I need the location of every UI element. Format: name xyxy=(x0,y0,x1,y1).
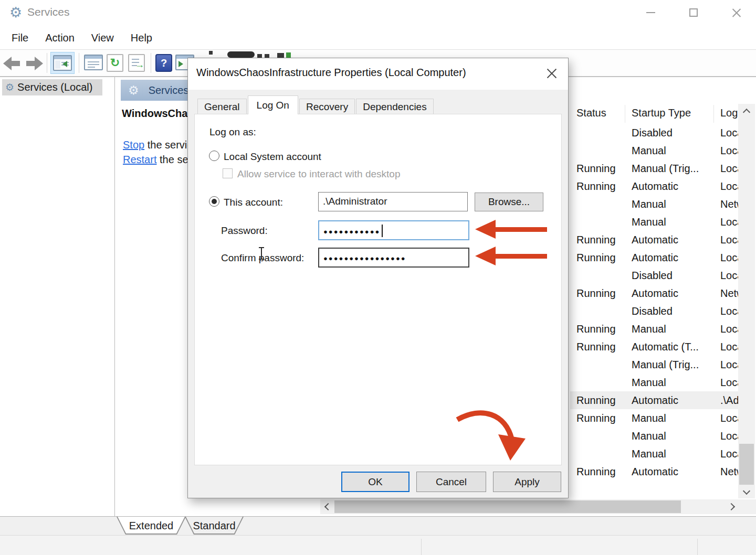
apply-annotation-arrow-icon xyxy=(449,404,533,467)
password-input[interactable]: ●●●●●●●●●●● xyxy=(318,220,469,240)
refresh-icon[interactable]: ↻ xyxy=(107,54,123,72)
cell-startup: Manual xyxy=(625,377,714,389)
password-annotation-arrow-icon xyxy=(475,220,547,239)
this-account-radio[interactable] xyxy=(209,196,219,207)
table-row[interactable]: RunningAutomaticLoca xyxy=(570,177,739,195)
table-row[interactable]: RunningAutomaticLoca xyxy=(570,249,739,266)
cell-logon: Loca xyxy=(714,377,739,389)
text-caret xyxy=(382,225,383,237)
scrollbar-corner xyxy=(739,499,756,514)
chevron-left-icon xyxy=(324,503,332,510)
allow-desktop-checkbox xyxy=(223,168,233,178)
table-row[interactable]: DisabledLoca xyxy=(570,302,739,320)
show-console-tree-button[interactable] xyxy=(50,52,75,74)
cell-startup: Manual xyxy=(625,448,714,460)
tab-standard[interactable]: Standard xyxy=(185,517,244,535)
table-row[interactable]: RunningAutomaticNetw xyxy=(570,463,739,481)
restart-service-link[interactable]: Restart xyxy=(123,154,156,165)
table-row[interactable]: RunningManualLoca xyxy=(570,320,739,338)
confirm-password-input[interactable]: ●●●●●●●●●●●●●●●● xyxy=(318,248,469,268)
close-button[interactable] xyxy=(721,0,752,25)
services-header-icon: ⚙ xyxy=(128,83,139,98)
table-row[interactable]: RunningAutomaticLoca xyxy=(570,231,739,249)
table-row[interactable]: ManualLoca xyxy=(570,445,739,463)
sidebar-item-services-local[interactable]: ⚙ Services (Local) xyxy=(2,79,102,95)
cell-startup: Manual xyxy=(625,412,714,424)
horizontal-scroll-thumb[interactable] xyxy=(334,500,681,513)
back-icon[interactable] xyxy=(3,57,22,70)
toolbar-separator xyxy=(47,53,47,73)
this-account-label[interactable]: This account: xyxy=(224,197,283,208)
table-row[interactable]: DisabledLoca xyxy=(570,266,739,284)
cell-startup: Automatic xyxy=(625,252,714,264)
restart-service-text: the service xyxy=(156,154,188,165)
status-bar xyxy=(0,535,756,555)
menu-item-help[interactable]: Help xyxy=(122,32,161,44)
table-row[interactable]: ManualNetw xyxy=(570,195,739,213)
column-header-log-on-as[interactable]: Log xyxy=(714,105,739,123)
cell-logon: Loca xyxy=(714,341,739,353)
vertical-scroll-thumb[interactable] xyxy=(739,444,754,485)
stop-service-link[interactable]: Stop xyxy=(123,139,144,151)
local-system-label[interactable]: Local System account xyxy=(224,151,321,163)
account-input[interactable]: .\Administrator xyxy=(318,192,468,211)
services-table: DisabledLocaManualLocaRunningManual (Tri… xyxy=(570,124,739,481)
toolbar-icon-fragment xyxy=(209,51,213,55)
toolbar-separator xyxy=(151,53,151,73)
column-header-startup-type[interactable]: Startup Type xyxy=(625,105,714,123)
allow-desktop-label: Allow service to interact with desktop xyxy=(237,168,400,180)
browse-button[interactable]: Browse... xyxy=(475,193,543,211)
tab-extended[interactable]: Extended xyxy=(117,517,186,535)
chevron-up-icon xyxy=(743,108,750,115)
table-row[interactable]: RunningAutomatic (T...Loca xyxy=(570,338,739,356)
properties-icon[interactable] xyxy=(84,55,103,70)
help-icon[interactable]: ? xyxy=(155,54,172,72)
tab-dependencies[interactable]: Dependencies xyxy=(356,99,433,114)
column-header-status[interactable]: Status xyxy=(570,105,625,123)
table-row[interactable]: RunningManual (Trig...Loca xyxy=(570,159,739,177)
chevron-right-icon xyxy=(728,503,735,510)
menu-item-file[interactable]: File xyxy=(3,32,37,44)
minimize-button[interactable] xyxy=(635,0,666,25)
vertical-scrollbar[interactable] xyxy=(738,104,755,498)
toolbar-separator xyxy=(79,53,79,73)
menu-item-action[interactable]: Action xyxy=(37,32,83,44)
cell-status: Running xyxy=(570,466,625,478)
menu-item-view[interactable]: View xyxy=(83,32,122,44)
cell-logon: Loca xyxy=(714,180,739,193)
table-row[interactable]: ManualLoca xyxy=(570,373,739,391)
local-system-radio[interactable] xyxy=(209,151,219,161)
export-list-icon[interactable]: → xyxy=(128,54,145,72)
description-pane-title: Services xyxy=(149,84,189,97)
ibeam-cursor xyxy=(258,247,265,261)
cell-startup: Automatic xyxy=(625,466,714,478)
table-row[interactable]: ManualLoca xyxy=(570,213,739,231)
forward-icon[interactable] xyxy=(24,57,43,70)
status-bar-divider xyxy=(421,539,422,555)
dialog-titlebar: WindowsChaosInfrastructure Properties (L… xyxy=(188,58,568,90)
apply-button[interactable]: Apply xyxy=(493,472,561,492)
table-row[interactable]: RunningManualLoca xyxy=(570,409,739,427)
tab-log-on[interactable]: Log On xyxy=(248,95,298,114)
table-row[interactable]: RunningAutomatic.\Ad xyxy=(570,391,739,409)
table-row[interactable]: ManualLoca xyxy=(570,427,739,445)
tab-general[interactable]: General xyxy=(197,99,247,114)
table-row[interactable]: DisabledLoca xyxy=(570,124,739,142)
table-row[interactable]: Manual (Trig...Loca xyxy=(570,356,739,373)
ok-button[interactable]: OK xyxy=(341,472,410,492)
table-row[interactable]: RunningAutomaticNetw xyxy=(570,284,739,302)
cell-logon: Loca xyxy=(714,127,739,139)
scroll-right-button[interactable] xyxy=(726,499,739,514)
tab-recovery[interactable]: Recovery xyxy=(299,99,355,114)
cell-logon: Loca xyxy=(714,252,739,264)
horizontal-scrollbar[interactable] xyxy=(320,499,739,514)
maximize-button[interactable] xyxy=(678,0,709,25)
scroll-left-button[interactable] xyxy=(320,499,334,514)
scroll-down-button[interactable] xyxy=(738,485,755,498)
cell-logon: Loca xyxy=(714,145,739,157)
cell-startup: Automatic xyxy=(625,234,714,246)
cancel-button[interactable]: Cancel xyxy=(416,472,486,492)
dialog-close-button[interactable] xyxy=(543,66,561,81)
scroll-up-button[interactable] xyxy=(738,104,755,118)
table-row[interactable]: ManualLoca xyxy=(570,142,739,159)
